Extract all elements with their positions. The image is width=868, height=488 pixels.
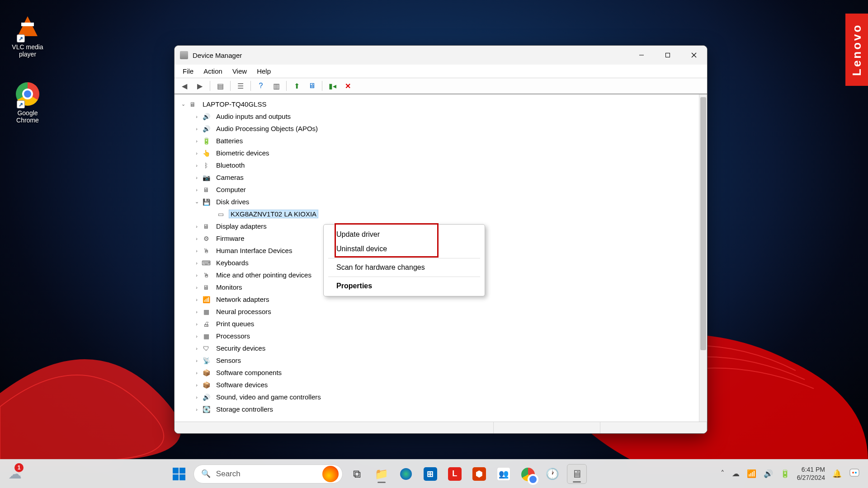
- expander-icon[interactable]: ›: [193, 370, 201, 375]
- tree-category[interactable]: ›💽Storage controllers: [176, 403, 697, 415]
- expander-icon[interactable]: ›: [193, 321, 201, 327]
- tree-category[interactable]: ›👆Biometric devices: [176, 147, 697, 159]
- scan-hardware-button[interactable]: 🖥: [306, 80, 318, 92]
- toolbar-separator: [286, 81, 287, 91]
- tree-category[interactable]: ›▦Processors: [176, 330, 697, 342]
- expander-icon[interactable]: ›: [193, 163, 201, 168]
- onedrive-icon[interactable]: ☁: [732, 469, 740, 479]
- task-view-button[interactable]: ⧉: [347, 464, 367, 484]
- notifications-button[interactable]: 🔔: [832, 469, 842, 479]
- start-button[interactable]: [169, 464, 189, 484]
- expander-icon[interactable]: ›: [193, 358, 201, 363]
- tree-category[interactable]: ›🔊Audio inputs and outputs: [176, 110, 697, 122]
- tree-category[interactable]: ›▦Neural processors: [176, 305, 697, 318]
- menu-view[interactable]: View: [228, 66, 251, 77]
- tree-category[interactable]: ›🖨Print queues: [176, 318, 697, 330]
- battery-icon[interactable]: 🔋: [780, 469, 790, 479]
- expander-icon[interactable]: ›: [193, 236, 201, 241]
- desktop-icon-vlc[interactable]: ↗ VLC media player: [7, 14, 48, 58]
- back-button[interactable]: ◀: [178, 80, 191, 92]
- help-button[interactable]: ?: [255, 80, 267, 92]
- tree-item-label: Cameras: [214, 174, 245, 181]
- close-button[interactable]: [681, 46, 707, 65]
- weather-widget[interactable]: ☁ 1: [8, 466, 35, 482]
- expander-icon[interactable]: ›: [193, 285, 201, 290]
- taskbar-app-office[interactable]: ⬢: [469, 464, 489, 484]
- taskbar-app-device-manager[interactable]: 🖥: [567, 464, 587, 484]
- tree-item-label: Sensors: [214, 357, 243, 364]
- taskbar-app-teams[interactable]: 👥: [494, 464, 514, 484]
- expander-icon[interactable]: ›: [193, 297, 201, 302]
- tree-category[interactable]: ›📦Software components: [176, 366, 697, 379]
- context-menu-item[interactable]: Update driver: [324, 227, 485, 242]
- tree-category[interactable]: ›🔊Sound, video and game controllers: [176, 391, 697, 403]
- expander-icon[interactable]: ›: [193, 175, 201, 180]
- expander-icon[interactable]: ›: [193, 272, 201, 278]
- update-driver-button[interactable]: ⬆: [290, 80, 303, 92]
- expander-icon[interactable]: ›: [193, 260, 201, 266]
- tree-category[interactable]: ›🔋Batteries: [176, 135, 697, 147]
- minimize-button[interactable]: [628, 46, 655, 65]
- taskbar-app-edge[interactable]: [396, 464, 416, 484]
- chrome-icon: [521, 468, 535, 481]
- tree-device-item[interactable]: ▭KXG8AZNV1T02 LA KIOXIA: [176, 208, 697, 220]
- tray-overflow-button[interactable]: ˄: [721, 469, 725, 479]
- wifi-icon[interactable]: 📶: [747, 469, 756, 479]
- expander-icon[interactable]: ›: [193, 382, 201, 388]
- device-category-icon: 🖥: [202, 186, 211, 194]
- context-menu-item[interactable]: Scan for hardware changes: [324, 260, 485, 275]
- tree-category[interactable]: ›🔊Audio Processing Objects (APOs): [176, 122, 697, 135]
- context-menu-item[interactable]: Uninstall device: [324, 242, 485, 256]
- tree-item-label: Software devices: [214, 381, 269, 389]
- show-hide-tree-button[interactable]: ▤: [214, 80, 226, 92]
- maximize-button[interactable]: [655, 46, 681, 65]
- expander-icon[interactable]: ›: [193, 126, 201, 131]
- expander-icon[interactable]: ›: [193, 187, 201, 192]
- menu-file[interactable]: File: [178, 66, 198, 77]
- tree-root-node[interactable]: ⌄🖥LAPTOP-TQ40GLSS: [176, 98, 697, 110]
- desktop-icon-chrome[interactable]: ↗ Google Chrome: [7, 81, 48, 124]
- tree-category[interactable]: ›📷Cameras: [176, 171, 697, 183]
- expander-icon[interactable]: ›: [193, 394, 201, 400]
- menu-help[interactable]: Help: [252, 66, 275, 77]
- expander-icon[interactable]: ›: [193, 309, 201, 314]
- context-menu-item[interactable]: Properties: [324, 279, 485, 293]
- expander-icon[interactable]: ›: [193, 248, 201, 253]
- expander-icon[interactable]: ⌄: [179, 101, 187, 107]
- tree-category[interactable]: ›🛡Security devices: [176, 342, 697, 354]
- forward-button[interactable]: ▶: [193, 80, 206, 92]
- tree-category[interactable]: ›📦Software devices: [176, 379, 697, 391]
- scrollbar-thumb[interactable]: [700, 97, 706, 350]
- action-button[interactable]: ▥: [270, 80, 283, 92]
- expander-icon[interactable]: ⌄: [193, 199, 201, 205]
- tree-category[interactable]: ›ᛒBluetooth: [176, 159, 697, 171]
- menu-action[interactable]: Action: [199, 66, 227, 77]
- taskbar-search[interactable]: 🔍 Search: [193, 465, 343, 483]
- tree-category[interactable]: ›🖥Computer: [176, 183, 697, 196]
- vertical-scrollbar[interactable]: [699, 94, 707, 422]
- copilot-button[interactable]: [849, 467, 860, 480]
- taskbar-app-chrome[interactable]: [518, 464, 538, 484]
- taskbar-clock[interactable]: 6:41 PM 6/27/2024: [797, 466, 825, 482]
- taskbar-app-explorer[interactable]: 📁: [372, 464, 392, 484]
- uninstall-device-button[interactable]: ✕: [341, 80, 354, 92]
- taskbar-app-clock[interactable]: 🕐: [542, 464, 562, 484]
- expander-icon[interactable]: ›: [193, 407, 201, 412]
- expander-icon[interactable]: ›: [193, 114, 201, 119]
- tree-category[interactable]: ⌄💾Disk drives: [176, 196, 697, 208]
- expander-icon[interactable]: ›: [193, 150, 201, 156]
- properties-button[interactable]: ☰: [234, 80, 247, 92]
- expander-icon[interactable]: ›: [193, 346, 201, 351]
- volume-icon[interactable]: 🔊: [764, 469, 773, 479]
- uninstall-icon: ✕: [345, 82, 351, 90]
- menubar: File Action View Help: [175, 65, 707, 78]
- expander-icon[interactable]: ›: [193, 333, 201, 339]
- taskbar-app-store[interactable]: ⊞: [420, 464, 440, 484]
- expander-icon[interactable]: ›: [193, 224, 201, 229]
- tree-category[interactable]: ›📡Sensors: [176, 354, 697, 366]
- enable-device-button[interactable]: ▮◂: [326, 80, 339, 92]
- taskbar-app-lenovo[interactable]: L: [445, 464, 465, 484]
- task-view-icon: ⧉: [353, 468, 361, 480]
- expander-icon[interactable]: ›: [193, 138, 201, 144]
- titlebar[interactable]: Device Manager: [175, 46, 707, 65]
